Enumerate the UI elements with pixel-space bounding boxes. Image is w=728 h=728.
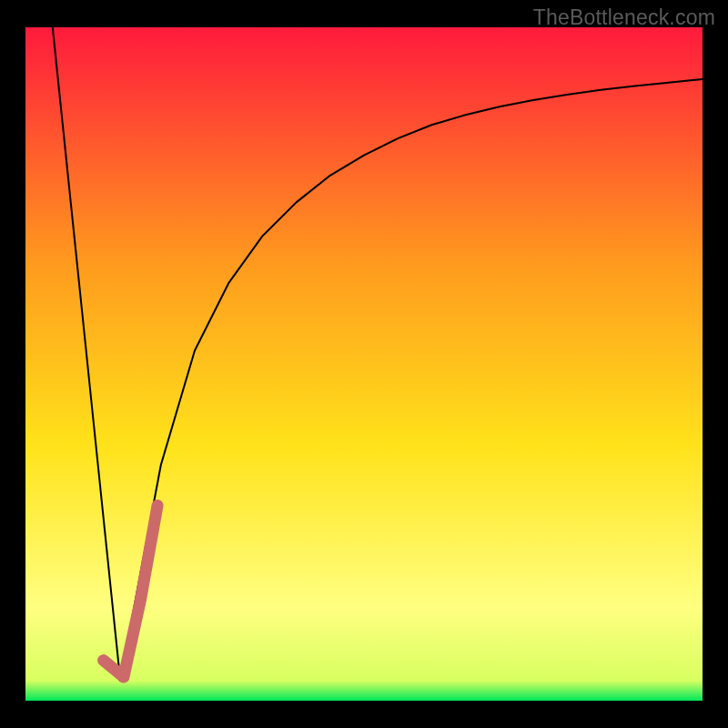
chart-svg <box>25 27 703 701</box>
watermark-text: TheBottleneck.com <box>533 5 715 30</box>
chart-frame: TheBottleneck.com <box>0 0 728 728</box>
chart-plot-area <box>25 27 703 701</box>
gradient-background <box>25 27 703 701</box>
